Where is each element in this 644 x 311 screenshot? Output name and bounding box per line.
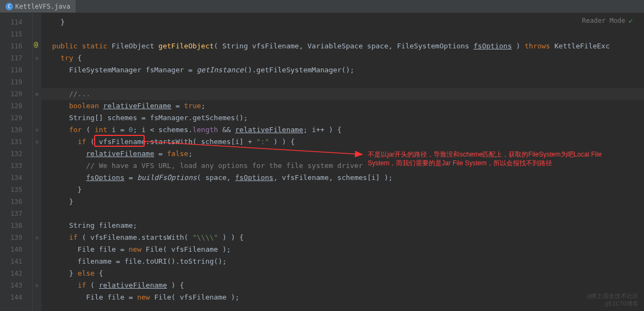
code-line: if ( relativeFilename ) { [41, 279, 644, 291]
fold-marker[interactable] [33, 64, 41, 76]
fold-marker[interactable]: ⊞ [33, 88, 41, 100]
fold-marker[interactable]: ⊟ [33, 279, 41, 291]
editor[interactable]: 114 115 116 117 118 119 120 128 129 130 … [0, 13, 644, 311]
line-number: 118 [0, 64, 32, 76]
line-number: 140 [0, 244, 32, 256]
line-number: 119 [0, 76, 32, 88]
code-line: } [41, 16, 644, 28]
line-number: 143 [0, 279, 32, 291]
line-number: 139 [0, 232, 32, 244]
code-line: File file = new File( vfsFilename ); [41, 291, 644, 303]
code-line: File file = new File( vfsFilename ); [41, 244, 644, 256]
code-line: if ( vfsFilename.startsWith( "\\\\" ) ) … [41, 232, 644, 244]
code-line [41, 28, 644, 40]
line-number: 130 [0, 124, 32, 136]
line-gutter: 114 115 116 117 118 119 120 128 129 130 … [0, 13, 33, 311]
fold-marker[interactable]: ⊟ [33, 232, 41, 244]
watermark: @稀土掘金技术社区 @51CTO博客 [587, 293, 639, 308]
file-tab[interactable]: C KettleVFS.java [0, 0, 76, 13]
fold-marker[interactable] [33, 16, 41, 28]
line-number: 116 [0, 40, 32, 52]
line-number: 135 [0, 184, 32, 196]
tab-bar: C KettleVFS.java [0, 0, 644, 13]
code-line: String filename; [41, 220, 644, 232]
code-line: fsOptions = buildFsOptions( space, fsOpt… [41, 172, 644, 184]
code-line: } [41, 184, 644, 196]
fold-marker[interactable]: ⊟ [33, 124, 41, 136]
fold-marker[interactable]: ⊟ [33, 52, 41, 64]
code-line: FileSystemManager fsManager = getInstanc… [41, 64, 644, 76]
line-number: 137 [0, 208, 32, 220]
code-area[interactable]: } public static FileObject getFileObject… [41, 13, 644, 311]
fold-marker[interactable] [33, 28, 41, 40]
fold-marker[interactable]: ⊟ [33, 136, 41, 148]
line-number: 128 [0, 100, 32, 112]
line-number: 136 [0, 196, 32, 208]
fold-column: ⊟ ⊟ ⊞ ⊟ ⊟ ⊟ ⊟ [33, 13, 41, 311]
code-line [41, 76, 644, 88]
line-number: 115 [0, 28, 32, 40]
line-number: 132 [0, 148, 32, 160]
code-line: for ( int i = 0; i < schemes.length && r… [41, 124, 644, 136]
line-number: 133 [0, 160, 32, 172]
line-number: 141 [0, 256, 32, 268]
line-number: 117 [0, 52, 32, 64]
line-number: 131 [0, 136, 32, 148]
code-line: public static FileObject getFileObject( … [41, 40, 644, 52]
line-number: 144 [0, 291, 32, 303]
code-line: String[] schemes = fsManager.getSchemes(… [41, 112, 644, 124]
at-annotation-icon: @ [34, 40, 38, 48]
code-line: filename = file.toURI().toString(); [41, 256, 644, 268]
line-number: 138 [0, 220, 32, 232]
line-number: 134 [0, 172, 32, 184]
line-number: 114 [0, 16, 32, 28]
code-line: } else { [41, 268, 644, 279]
code-line: try { [41, 52, 644, 64]
line-number: 129 [0, 112, 32, 124]
annotation-comment: 不是以jar开头的路径，导致没和scheme匹配上，获取的FileSystem为… [368, 150, 640, 167]
code-line [41, 208, 644, 220]
code-line: if ( vfsFilename.startsWith( schemes[i] … [41, 136, 644, 148]
code-line: } [41, 196, 644, 208]
fold-marker[interactable] [33, 76, 41, 88]
line-number: 120 [0, 88, 32, 100]
code-line: //... [41, 88, 644, 100]
code-line: boolean relativeFilename = true; [41, 100, 644, 112]
line-number: 142 [0, 268, 32, 279]
java-class-icon: C [5, 3, 13, 10]
tab-filename: KettleVFS.java [15, 3, 70, 10]
